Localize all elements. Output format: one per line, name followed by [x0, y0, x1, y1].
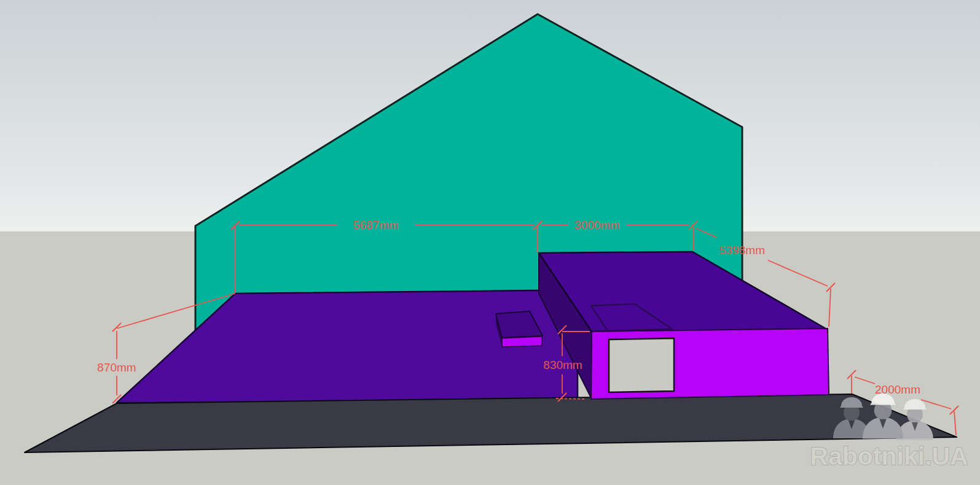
dimension-label-wall-span: 5687mm	[353, 219, 399, 231]
model-viewport: 5687mm 3000mm 5398mm 870mm 830mm 2000mm	[0, 0, 980, 485]
dimension-label-terrace-height: 870mm	[97, 361, 136, 374]
porch-window	[609, 338, 674, 392]
dimension-label-porch-span: 3000mm	[574, 219, 620, 231]
dimension-label-porch-height: 830mm	[543, 359, 582, 371]
construction-workers-icon	[833, 394, 933, 440]
dimension-label-porch-depth: 5398mm	[719, 244, 765, 257]
watermark-brand-text: Rabotniki.UA	[810, 442, 968, 470]
step-slab-front	[502, 336, 542, 347]
3d-scene-canvas: 5687mm 3000mm 5398mm 870mm 830mm 2000mm	[0, 0, 980, 485]
